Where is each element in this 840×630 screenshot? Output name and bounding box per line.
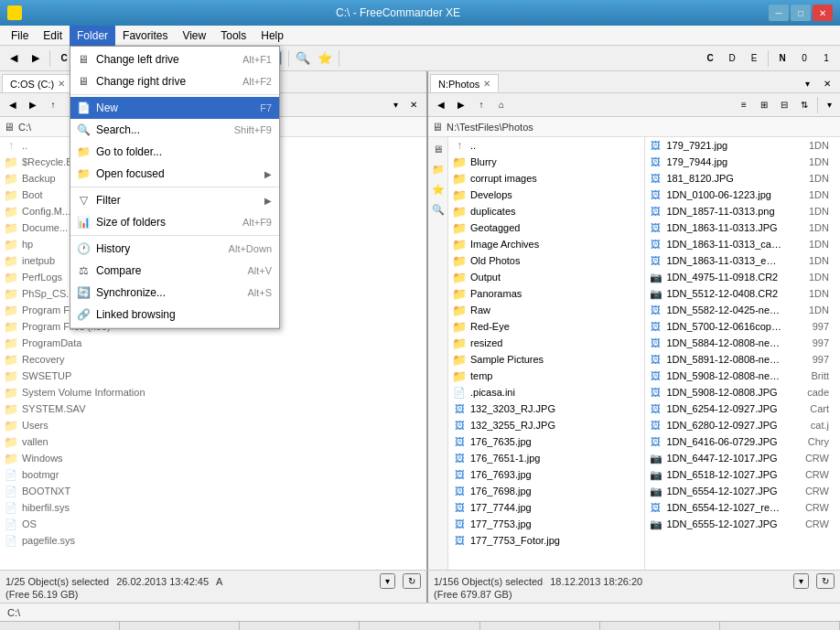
right-tb-back[interactable]: ◀: [432, 96, 450, 114]
fkey-f3[interactable]: F3 View: [0, 622, 120, 631]
right-parent-dir[interactable]: ↑ ..: [448, 137, 644, 154]
right-panel-tab[interactable]: N:Photos ✕: [430, 74, 499, 92]
file-item-swsetup[interactable]: 📁 SWSETUP: [0, 368, 426, 384]
right-panel-dropdown[interactable]: ▾: [798, 74, 816, 92]
menu-favorites[interactable]: Favorites: [115, 26, 175, 46]
menu-history[interactable]: 🕐 History Alt+Down: [70, 238, 279, 260]
left-tab-close[interactable]: ✕: [58, 79, 65, 89]
right-file-1dn-0100[interactable]: 🖼 1DN_0100-06-1223.jpg 1DN: [645, 187, 841, 203]
right-file-1dn-6280[interactable]: 🖼 1DN_6280-12-0927.JPG cat.j: [645, 417, 841, 433]
right-file-list[interactable]: 🖼 179_7921.jpg 1DN 🖼 179_7944.jpg 1DN 🖼 …: [645, 137, 841, 570]
right-file-1dn-6554-res[interactable]: 🖼 1DN_6554-12-1027_resized.jpg CRW: [645, 499, 841, 516]
right-status-refresh[interactable]: ↻: [816, 573, 835, 589]
right-file-177-7753-fotor[interactable]: 🖼 177_7753_Fotor.jpg: [448, 532, 644, 549]
right-file-1dn-6555[interactable]: 📷 1DN_6555-12-1027.JPG CRW: [645, 516, 841, 532]
left-tb-back[interactable]: ◀: [4, 96, 22, 114]
right-file-1dn-6554[interactable]: 📷 1DN_6554-12-1027.JPG CRW: [645, 483, 841, 499]
right-file-177-7744[interactable]: 🖼 177_7744.jpg: [448, 499, 644, 516]
right-file-1dn-6447[interactable]: 📷 1DN_6447-12-1017.JPG CRW: [645, 450, 841, 466]
menu-go-to-folder[interactable]: 📁 Go to folder...: [70, 141, 279, 163]
file-item-users[interactable]: 📁 Users: [0, 417, 426, 433]
right-file-1dn-1863-cap[interactable]: 🖼 1DN_1863-11-0313_caption.JPG 1DN: [645, 236, 841, 252]
file-item-bootnxt[interactable]: 📄 BOOTNXT: [0, 483, 426, 499]
menu-compare[interactable]: ⚖ Compare Alt+V: [70, 260, 279, 282]
file-item-os[interactable]: 📄 OS: [0, 516, 426, 532]
toolbar-btn-9[interactable]: 🔍: [293, 48, 313, 69]
strip-icon-3[interactable]: ⭐: [430, 181, 447, 198]
drive-0-right[interactable]: 0: [794, 48, 814, 69]
maximize-button[interactable]: □: [791, 5, 811, 21]
left-tb-close[interactable]: ✕: [404, 96, 423, 114]
drive-c-right[interactable]: C: [700, 48, 720, 69]
right-file-1dn-5582[interactable]: 🖼 1DN_5582-12-0425-new.jpg 1DN: [645, 302, 841, 318]
right-file-179-7944[interactable]: 🖼 179_7944.jpg 1DN: [645, 154, 841, 170]
right-folder-blurry[interactable]: 📁 Blurry: [448, 154, 644, 170]
right-tb-dropdown[interactable]: ▾: [822, 96, 836, 114]
right-file-1dn-5700[interactable]: 🖼 1DN_5700-12-0616copy.jpg 997: [645, 318, 841, 335]
menu-filter[interactable]: ▽ Filter ▶: [70, 189, 279, 211]
right-file-132-3203[interactable]: 🖼 132_3203_RJ.JPG: [448, 400, 644, 417]
menu-linked-browsing[interactable]: 🔗 Linked browsing: [70, 304, 279, 326]
fkey-f4[interactable]: F4 Edit: [120, 622, 240, 631]
right-tb-view3[interactable]: ⊟: [775, 96, 793, 114]
minimize-button[interactable]: ─: [769, 5, 789, 21]
right-folder-output[interactable]: 📁 Output: [448, 269, 644, 285]
drive-1-right[interactable]: 1: [816, 48, 836, 69]
right-tb-view1[interactable]: ≡: [735, 96, 753, 114]
menu-open-focused[interactable]: 📁 Open focused ▶: [70, 163, 279, 185]
right-tb-root[interactable]: ⌂: [492, 96, 511, 114]
file-item-svi[interactable]: 📁 System Volume Information: [0, 384, 426, 400]
right-folder-sample[interactable]: 📁 Sample Pictures: [448, 351, 644, 368]
file-item-programdata[interactable]: 📁 ProgramData: [0, 335, 426, 351]
fkey-f7[interactable]: F7 New: [480, 622, 600, 631]
menu-search[interactable]: 🔍 Search... Shift+F9: [70, 119, 279, 141]
right-file-176-7693[interactable]: 🖼 176_7693.jpg: [448, 466, 644, 483]
file-item-bootmgr[interactable]: 📄 bootmgr: [0, 466, 426, 483]
right-file-1dn-1863-ed[interactable]: 🖼 1DN_1863-11-0313_edited.jpg 1DN: [645, 252, 841, 269]
fkey-alt-f4[interactable]: Alt+F4 Exit: [720, 622, 840, 631]
right-folder-develops[interactable]: 📁 Develops: [448, 187, 644, 203]
left-panel-tab[interactable]: C:OS (C:) ✕: [2, 74, 73, 92]
right-tb-view2[interactable]: ⊞: [755, 96, 773, 114]
right-folder-old-photos[interactable]: 📁 Old Photos: [448, 252, 644, 269]
right-tb-up[interactable]: ↑: [472, 96, 490, 114]
right-file-1dn-4975[interactable]: 📷 1DN_4975-11-0918.CR2 1DN: [645, 269, 841, 285]
right-tb-sort[interactable]: ⇅: [795, 96, 813, 114]
right-file-132-3255[interactable]: 🖼 132_3255_RJ.JPG: [448, 417, 644, 433]
right-file-1dn-5908-new[interactable]: 🖼 1DN_5908-12-0808-new.jpg Britt: [645, 368, 841, 384]
right-file-1dn-6416[interactable]: 🖼 1DN_6416-06-0729.JPG Chry: [645, 433, 841, 450]
menu-view[interactable]: View: [175, 26, 213, 46]
left-status-refresh[interactable]: ↻: [403, 573, 421, 589]
strip-icon-2[interactable]: 📁: [430, 161, 447, 177]
right-file-1dn-6254[interactable]: 🖼 1DN_6254-12-0927.JPG Cart: [645, 400, 841, 417]
file-item-hiberfil[interactable]: 📄 hiberfil.sys: [0, 499, 426, 516]
forward-button[interactable]: ▶: [26, 48, 46, 69]
left-tb-dropdown[interactable]: ▾: [388, 96, 403, 114]
right-file-177-7753[interactable]: 🖼 177_7753.jpg: [448, 516, 644, 532]
menu-new[interactable]: 📄 New F7: [70, 97, 279, 119]
menu-help[interactable]: Help: [253, 26, 291, 46]
right-folder-resized[interactable]: 📁 resized: [448, 335, 644, 351]
drive-e-right[interactable]: E: [744, 48, 764, 69]
back-button[interactable]: ◀: [4, 48, 24, 69]
right-folder-geotagged[interactable]: 📁 Geotagged: [448, 219, 644, 236]
right-folder-duplicates[interactable]: 📁 duplicates: [448, 203, 644, 219]
fkey-f5[interactable]: F5 Copy with dial...: [240, 622, 360, 631]
menu-change-right-drive[interactable]: 🖥 Change right drive Alt+F2: [70, 70, 279, 92]
right-file-1dn-1863[interactable]: 🖼 1DN_1863-11-0313.JPG 1DN: [645, 219, 841, 236]
right-file-1dn-5891[interactable]: 🖼 1DN_5891-12-0808-new.jpg 997: [645, 351, 841, 368]
toolbar-btn-10[interactable]: ⭐: [315, 48, 335, 69]
right-file-176-7635[interactable]: 🖼 176_7635.jpg: [448, 433, 644, 450]
strip-icon-4[interactable]: 🔍: [430, 201, 447, 218]
file-item-recovery[interactable]: 📁 Recovery: [0, 351, 426, 368]
right-file-176-7651[interactable]: 🖼 176_7651-1.jpg: [448, 450, 644, 466]
right-tb-fwd[interactable]: ▶: [452, 96, 470, 114]
left-status-btn[interactable]: ▾: [380, 573, 395, 589]
drive-d-right[interactable]: D: [722, 48, 742, 69]
right-file-181-8120[interactable]: 🖼 181_8120.JPG 1DN: [645, 170, 841, 187]
right-folder-temp[interactable]: 📁 temp: [448, 368, 644, 384]
left-tb-fwd[interactable]: ▶: [24, 96, 42, 114]
file-item-vallen[interactable]: 📁 vallen: [0, 433, 426, 450]
right-folder-image-archives[interactable]: 📁 Image Archives: [448, 236, 644, 252]
menu-size-of-folders[interactable]: 📊 Size of folders Alt+F9: [70, 211, 279, 233]
